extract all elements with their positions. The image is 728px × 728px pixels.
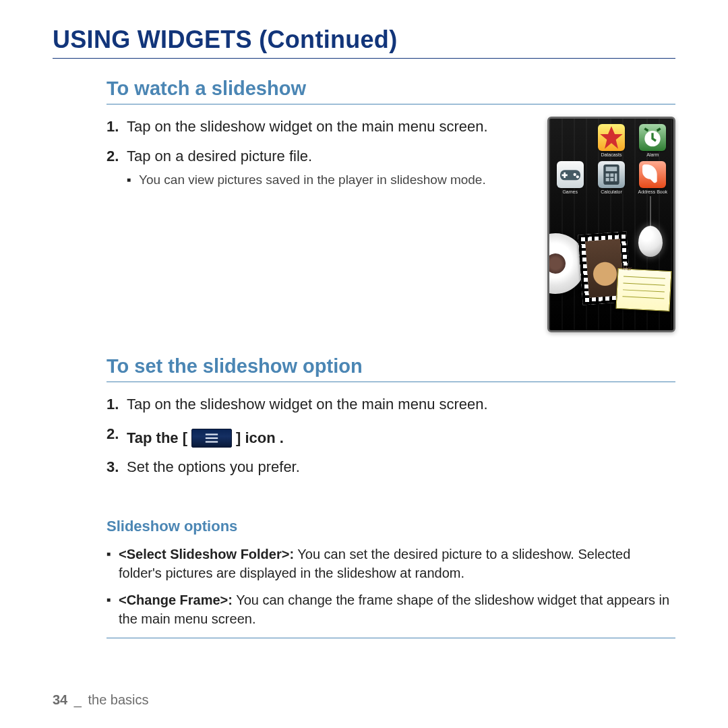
device-app-alarm-label: Alarm (646, 152, 659, 157)
set-step-1-text: Tap on the slideshow widget on the main … (127, 396, 488, 413)
svg-rect-9 (615, 173, 617, 181)
memo-tag: Mer (622, 265, 632, 272)
device-app-datacasts: Datacasts (593, 124, 630, 157)
device-app-games: Games (552, 161, 588, 194)
device-app-datacasts-label: Datacasts (601, 152, 621, 157)
set-step-1: Tap on the slideshow widget on the main … (107, 394, 675, 415)
set-steps-list: Tap on the slideshow widget on the main … (107, 394, 675, 477)
watch-step-2-sublist: You can view pictures saved in the playe… (127, 171, 531, 189)
lightbulb-icon (637, 196, 664, 257)
set-step-2: Tap the [ ] icon. (107, 424, 675, 448)
footer-label: the basics (88, 692, 149, 707)
options-divider (107, 638, 675, 638)
section-watch-row: Tap on the slideshow widget on the main … (107, 117, 675, 332)
svg-point-4 (576, 175, 578, 178)
calculator-icon (598, 161, 625, 188)
device-app-alarm: Alarm (634, 124, 671, 157)
options-title: Slideshow options (107, 518, 675, 535)
section-watch-text: Tap on the slideshow widget on the main … (107, 117, 531, 332)
device-illustration: Datacasts Alarm Games (547, 117, 675, 332)
page-number: 34 (53, 692, 67, 707)
section-set-title: To set the slideshow option (107, 355, 675, 382)
footer-sep: _ (74, 692, 82, 707)
watch-step-2-sub-1: You can view pictures saved in the playe… (127, 171, 531, 189)
section-watch-title: To watch a slideshow (107, 78, 675, 104)
svg-rect-7 (606, 173, 609, 177)
device-app-addressbook: Address Book (634, 161, 671, 194)
option-change-frame-name: <Change Frame>: (119, 593, 233, 607)
set-step-3-text: Set the options you prefer. (127, 458, 300, 475)
set-step-2-after: ] icon (236, 428, 276, 448)
star-icon (598, 124, 625, 151)
watch-step-1-text: Tap on the slideshow widget on the main … (127, 118, 488, 135)
watch-step-1: Tap on the slideshow widget on the main … (107, 117, 531, 137)
svg-marker-0 (600, 126, 622, 148)
watch-steps-list: Tap on the slideshow widget on the main … (107, 117, 531, 189)
device-app-grid: Datacasts Alarm Games (549, 124, 673, 194)
memo-widget: Mer (615, 268, 671, 311)
options-list: <Select Slideshow Folder>: You can set t… (107, 545, 675, 628)
device-app-addressbook-label: Address Book (638, 189, 668, 194)
watch-step-2-text: Tap on a desired picture file. (127, 148, 312, 164)
svg-rect-10 (606, 178, 609, 181)
svg-point-3 (573, 173, 576, 176)
option-select-folder-name: <Select Slideshow Folder>: (119, 547, 294, 562)
page-footer: 34 _ the basics (53, 692, 149, 708)
svg-rect-6 (606, 166, 617, 171)
content-container: To watch a slideshow Tap on the slidesho… (53, 78, 675, 638)
device-app-calculator-label: Calculator (601, 189, 622, 194)
option-select-folder: <Select Slideshow Folder>: You can set t… (107, 545, 675, 582)
menu-icon (191, 429, 232, 448)
device-app-games-label: Games (562, 189, 578, 194)
set-step-2-before: Tap the [ (127, 428, 187, 448)
svg-rect-8 (610, 173, 613, 177)
alarm-icon (639, 124, 666, 151)
option-change-frame: <Change Frame>: You can change the frame… (107, 590, 675, 628)
set-step-3: Set the options you prefer. (107, 457, 675, 477)
addressbook-icon (639, 161, 666, 188)
page-title: USING WIDGETS (Continued) (53, 26, 675, 59)
watch-step-2: Tap on a desired picture file. You can v… (107, 146, 531, 189)
device-app-calculator: Calculator (593, 161, 630, 194)
svg-rect-11 (610, 178, 613, 181)
gamepad-icon (557, 161, 584, 188)
